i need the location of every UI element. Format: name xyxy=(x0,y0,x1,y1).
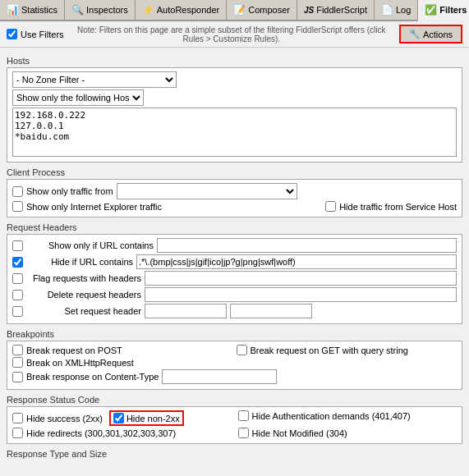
toolbar: Use Filters Note: Filters on this page a… xyxy=(0,21,469,48)
delete-headers-input[interactable] xyxy=(145,287,457,302)
tab-log[interactable]: 📄 Log xyxy=(375,0,418,20)
break-content-label[interactable]: Break response on Content-Type xyxy=(26,372,159,382)
break-content-checkbox[interactable] xyxy=(12,372,23,382)
hide-url-row: Hide if URL contains .*\.(bmp|css|js|gif… xyxy=(12,254,457,269)
response-status-section: Hide success (2xx) Hide non-2xx Hide Aut… xyxy=(7,406,462,444)
tab-inspectors[interactable]: 🔍 Inspectors xyxy=(65,0,136,20)
breakpoints-label: Breakpoints xyxy=(7,329,462,339)
delete-headers-checkbox[interactable] xyxy=(12,290,23,300)
statistics-icon: 📊 xyxy=(7,4,19,16)
request-headers-section: Show only if URL contains Hide if URL co… xyxy=(7,234,462,324)
break-content-row: Break response on Content-Type xyxy=(12,369,457,384)
ie-traffic-label[interactable]: Show only Internet Explorer traffic xyxy=(26,202,162,212)
set-header-value-input[interactable] xyxy=(230,304,312,318)
set-header-label[interactable]: Set request header xyxy=(26,306,141,316)
set-header-row: Set request header xyxy=(12,304,457,318)
break-get-label[interactable]: Break request on GET with query string xyxy=(251,346,408,355)
inspectors-icon: 🔍 xyxy=(71,4,84,16)
hosts-container: 192.168.0.222 127.0.0.1 *baidu.com xyxy=(12,108,457,158)
hide-service-checkbox[interactable] xyxy=(325,201,336,212)
zone-filter-row: - No Zone Filter - xyxy=(12,71,457,88)
flag-headers-checkbox[interactable] xyxy=(12,273,23,284)
break-xml-label[interactable]: Break on XMLHttpRequest xyxy=(26,358,134,368)
hide-success-checkbox[interactable] xyxy=(12,413,23,423)
actions-icon: 🔧 xyxy=(409,29,421,39)
hide-service-label[interactable]: Hide traffic from Service Host xyxy=(339,202,457,212)
flag-headers-label[interactable]: Flag requests with headers xyxy=(26,273,141,283)
fiddlerscript-icon: JS xyxy=(304,6,314,15)
response-type-label: Response Type and Size xyxy=(7,449,462,459)
show-hosts-select[interactable]: Show only the following Hosts xyxy=(12,89,144,106)
hide-auth-checkbox[interactable] xyxy=(238,410,249,421)
hide-non2xx-checkbox[interactable] xyxy=(113,413,124,423)
zone-filter-select[interactable]: - No Zone Filter - xyxy=(12,71,177,88)
filter-note: Note: Filters on this page are a simple … xyxy=(69,25,394,43)
break-xml-checkbox[interactable] xyxy=(12,357,23,368)
show-traffic-row: Show only traffic from xyxy=(12,183,457,199)
delete-headers-row: Delete request headers xyxy=(12,287,457,302)
hide-auth-label[interactable]: Hide Authentication demands (401,407) xyxy=(252,411,411,421)
use-filters-checkbox[interactable] xyxy=(7,29,17,39)
url-contains-checkbox[interactable] xyxy=(12,240,23,251)
break-xml-row: Break on XMLHttpRequest xyxy=(12,357,457,368)
hosts-textarea[interactable]: 192.168.0.222 127.0.0.1 *baidu.com xyxy=(12,108,457,157)
log-icon: 📄 xyxy=(381,4,393,16)
set-header-checkbox[interactable] xyxy=(12,306,23,317)
set-header-name-input[interactable] xyxy=(145,304,227,318)
response-status-section-label: Response Status Code xyxy=(7,395,462,405)
ie-traffic-checkbox[interactable] xyxy=(12,201,23,212)
hide-redirects-checkbox[interactable] xyxy=(12,428,23,438)
hide-non2xx-highlight: Hide non-2xx xyxy=(109,410,184,426)
traffic-source-select[interactable] xyxy=(117,183,297,199)
hide-success-label[interactable]: Hide success (2xx) xyxy=(26,414,103,423)
filters-icon: ✅ xyxy=(425,4,437,16)
hide-url-input[interactable]: .*\.(bmp|css|js|gif|ico|jp?g|png|swf|wof… xyxy=(136,254,457,269)
tab-fiddlerscript[interactable]: JS FiddlerScript xyxy=(297,0,375,20)
use-filters-label[interactable]: Use Filters xyxy=(21,30,64,39)
breakpoints-row1: Break request on POST Break request on G… xyxy=(12,345,457,357)
ie-traffic-row: Show only Internet Explorer traffic Hide… xyxy=(12,201,457,212)
client-process-section: Show only traffic from Show only Interne… xyxy=(7,179,462,217)
url-contains-row: Show only if URL contains xyxy=(12,238,457,253)
tab-autoresponder[interactable]: ⚡ AutoResponder xyxy=(136,0,227,20)
main-content: Hosts - No Zone Filter - Show only the f… xyxy=(0,48,469,476)
client-process-label: Client Process xyxy=(7,167,462,177)
hide-not-modified-label[interactable]: Hide Not Modified (304) xyxy=(252,428,347,438)
actions-button[interactable]: 🔧 Actions xyxy=(399,25,462,43)
request-headers-label: Request Headers xyxy=(7,222,462,232)
hosts-section: - No Zone Filter - Show only the followi… xyxy=(7,67,462,162)
tab-filters[interactable]: ✅ Filters xyxy=(418,0,469,21)
break-get-checkbox[interactable] xyxy=(237,345,247,355)
breakpoints-section: Break request on POST Break request on G… xyxy=(7,341,462,390)
tab-bar: 📊 Statistics 🔍 Inspectors ⚡ AutoResponde… xyxy=(0,0,469,21)
show-hosts-row: Show only the following Hosts xyxy=(12,89,457,106)
delete-headers-label[interactable]: Delete request headers xyxy=(26,290,141,300)
autoresponder-icon: ⚡ xyxy=(142,4,154,16)
show-traffic-label[interactable]: Show only traffic from xyxy=(26,186,113,196)
flag-headers-input[interactable] xyxy=(145,271,457,286)
tab-statistics[interactable]: 📊 Statistics xyxy=(0,0,65,20)
use-filters-row: Use Filters xyxy=(7,29,64,39)
hide-redirects-label[interactable]: Hide redirects (300,301,302,303,307) xyxy=(26,428,176,438)
break-content-input[interactable] xyxy=(162,369,277,384)
url-contains-label[interactable]: Show only if URL contains xyxy=(26,240,154,250)
flag-headers-row: Flag requests with headers xyxy=(12,271,457,286)
show-traffic-checkbox[interactable] xyxy=(12,186,23,197)
break-post-label[interactable]: Break request on POST xyxy=(26,346,122,355)
hide-url-label[interactable]: Hide if URL contains xyxy=(26,257,133,267)
hide-non2xx-label[interactable]: Hide non-2xx xyxy=(126,414,180,423)
composer-icon: 📝 xyxy=(233,4,246,16)
tab-composer[interactable]: 📝 Composer xyxy=(227,0,297,20)
hide-url-checkbox[interactable] xyxy=(12,257,23,268)
hide-not-modified-checkbox[interactable] xyxy=(238,428,249,438)
break-post-checkbox[interactable] xyxy=(12,345,23,355)
hosts-section-label: Hosts xyxy=(7,56,462,66)
url-contains-input[interactable] xyxy=(157,238,457,253)
